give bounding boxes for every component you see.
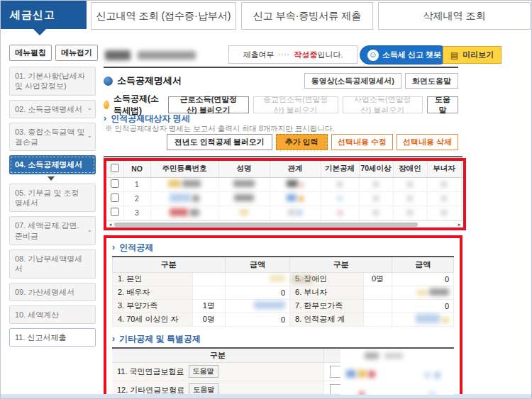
table-row: 1. 본인 5. 장애인 0명 0 <box>113 272 454 286</box>
load-earned-income-button[interactable]: 근로소득(연말정산) 불러오기 <box>168 96 248 113</box>
col-woman: 부녀자 <box>427 161 461 177</box>
help-button[interactable]: 도움말 <box>427 96 458 113</box>
col-relation: 관계 <box>270 161 321 177</box>
section-bullet-icon <box>104 77 113 86</box>
brand-title: 세금신고 <box>1 1 87 29</box>
col-over-70: 70세이상 <box>359 161 393 177</box>
top-tabs: 신고내역 조회 (접수증·납부서) 신고 부속·증빙서류 제출 삭제내역 조회 <box>91 2 531 30</box>
personal-deduction-heading: › 인적공제 <box>112 242 454 254</box>
sidebar-item-09-penalty[interactable]: 09. 가산세명세서 <box>9 283 96 301</box>
dependents-note: ※ 인적공제대상자 명세는 보고서 출력시 최대 8개까지만 표시됩니다. <box>105 124 334 134</box>
preview-button[interactable]: ▤ 미리보기 <box>443 46 501 64</box>
load-religious-income-button[interactable]: 종교인소득(연말정산) 불러오기 <box>253 96 338 113</box>
sidebar-item-10-tax-calc[interactable]: 10. 세액계산 <box>9 305 96 324</box>
col-type: 구분 <box>290 257 392 272</box>
scroll-left-icon[interactable]: ◂ <box>106 222 114 227</box>
menu-toggles: 메뉴펼침 메뉴접기 <box>9 45 100 61</box>
row-checkbox[interactable] <box>111 208 119 216</box>
col-single-parent: 한부모 <box>461 161 466 177</box>
sidebar-item-07-tax-credit[interactable]: 07. 세액공제.감면.준비금 ⌄ <box>9 216 96 245</box>
col-name: 성명 <box>218 161 270 177</box>
menu-expand-button[interactable]: 메뉴펼침 <box>9 45 52 61</box>
sidebar-item-02-income[interactable]: 02. 소득금액명세서 ⌄ <box>9 100 96 118</box>
row-checkbox[interactable] <box>111 193 119 202</box>
table-top-border <box>104 156 462 157</box>
chevron-down-icon: ⌄ <box>87 103 92 112</box>
edit-selection-button[interactable]: 선택내용 수정 <box>331 134 393 150</box>
sidebar-item-03-total-income[interactable]: 03. 종합소득금액 및 결손금 ⌄ <box>9 123 96 152</box>
dependents-table: NO 주민등록번호 성명 관계 기본공제 70세이상 장애인 부녀자 한부모 1 <box>106 161 466 220</box>
censored-area <box>340 349 454 398</box>
menu-collapse-button[interactable]: 메뉴접기 <box>55 45 98 61</box>
sidebar: 메뉴펼침 메뉴접기 01. 기본사항(납세자 및 사업장정보) 02. 소득금액… <box>6 45 100 351</box>
page-title: 소득공제명세서 <box>117 74 182 87</box>
deduction-summary-highlight: › 인적공제 구분 금액 구분 금액 1. 본인 5. 장애인 0명 0 <box>104 235 462 398</box>
table-row: 2 <box>106 191 466 206</box>
page-title-row: 소득공제명세서 동영상(소득공제명세서) 화면도움말 <box>104 73 458 89</box>
censored-blob <box>105 50 131 60</box>
col-amount: 금액 <box>225 257 289 272</box>
select-all-cell <box>106 161 123 177</box>
app-window: 세금신고 신고내역 조회 (접수증·납부서) 신고 부속·증빙서류 제출 삭제내… <box>0 0 532 399</box>
submission-status: 작성중입니다. <box>294 50 343 60</box>
arrows-icon: ›››› <box>278 51 289 58</box>
arrow-right-icon: › <box>112 334 115 344</box>
video-help-button[interactable]: 동영상(소득공제명세서) <box>304 73 401 89</box>
screen-help-button[interactable]: 화면도움말 <box>405 73 458 89</box>
main-content: 제출여부 ›››› 작성중입니다. ☺ 소득세 신고 챗봇 ▤ 미리보기 소득공… <box>104 45 529 397</box>
other-deduction-heading: › 기타공제 및 특별공제 <box>112 333 454 345</box>
table-row: 3. 부양가족 1명 7. 한부모가족 0 <box>113 299 454 313</box>
load-previous-year-button[interactable]: 전년도 인적공제 불러오기 <box>167 134 272 150</box>
dependents-heading: › 인적공제대상자 명세 <box>104 113 190 125</box>
income-tax-chatbot-button[interactable]: ☺ 소득세 신고 챗봇 <box>360 45 449 64</box>
row-checkbox[interactable] <box>111 179 119 188</box>
help-tip-button[interactable]: 도움말 <box>189 365 218 378</box>
dependents-actions: 전년도 인적공제 불러오기 추가 입력 선택내용 수정 선택내용 삭제 <box>104 134 458 150</box>
personal-deduction-table: 구분 금액 구분 금액 1. 본인 5. 장애인 0명 0 2. 배우자 0 <box>112 256 454 327</box>
table-row: 2. 배우자 0 6. 부녀자 <box>113 286 454 299</box>
horizontal-scrollbar[interactable]: ◂ ▸ <box>106 220 463 227</box>
scrollbar-thumb[interactable] <box>114 223 418 227</box>
col-amount: 금액 <box>392 257 454 272</box>
tab-deleted-history[interactable]: 삭제내역 조회 <box>378 2 531 30</box>
col-type: 구분 <box>112 349 324 362</box>
load-business-income-button[interactable]: 사업소득(연말정산) 불러오기 <box>343 96 423 113</box>
delete-selection-button[interactable]: 선택내용 삭제 <box>397 134 458 150</box>
active-item-pointer-icon <box>48 176 55 181</box>
dependents-table-highlight: NO 주민등록번호 성명 관계 기본공제 70세이상 장애인 부녀자 한부모 1 <box>104 158 466 230</box>
col-disabled: 장애인 <box>393 161 427 177</box>
select-all-checkbox[interactable] <box>111 164 119 172</box>
col-resident-id: 주민등록번호 <box>150 161 218 177</box>
table-row: 3 <box>106 206 466 220</box>
submission-status-box: 제출여부 ›››› 작성중입니다. <box>228 45 358 64</box>
sidebar-item-01-basic[interactable]: 01. 기본사항(납세자 및 사업장정보) <box>9 67 96 96</box>
arrow-right-icon: › <box>112 242 115 252</box>
header-divider <box>104 67 458 68</box>
col-basic-deduction: 기본공제 <box>321 161 359 177</box>
add-entry-button[interactable]: 추가 입력 <box>276 134 328 150</box>
sidebar-item-04-deductions-active[interactable]: 04. 소득공제명세서 <box>9 155 96 174</box>
preview-doc-icon: ▤ <box>450 50 458 60</box>
censored-blob <box>292 276 313 283</box>
taxpayer-name-censored <box>105 50 196 60</box>
subsection-bullet-icon <box>104 101 109 109</box>
sidebar-item-05-donations[interactable]: 05. 기부금 및 조정명세서 <box>9 184 96 213</box>
brand-pointer-icon <box>33 29 46 35</box>
table-row: 4. 70세 이상인 자 0명 0 8. 인적공제 계 <box>113 313 454 326</box>
scroll-right-icon[interactable]: ▸ <box>455 222 463 227</box>
censored-blob <box>138 51 196 60</box>
sidebar-item-08-prepaid-tax[interactable]: 08. 기납부세액명세서 <box>9 249 96 279</box>
submission-label: 제출여부 <box>243 50 274 60</box>
col-type: 구분 <box>113 257 226 272</box>
other-deduction-table: 구분 11. 국민연금보험료 도움말 12. 기타연금보험료 도움말 <box>112 347 454 398</box>
tab-report-history[interactable]: 신고내역 조회 (접수증·납부서) <box>91 2 236 30</box>
chatbot-icon: ☺ <box>367 50 379 61</box>
arrow-right-icon: › <box>104 113 106 123</box>
table-row: 1 <box>106 177 466 191</box>
col-no: NO <box>123 161 150 177</box>
tab-attachments[interactable]: 신고 부속·증빙서류 제출 <box>241 2 373 30</box>
chevron-down-icon: ⌄ <box>87 225 92 234</box>
chevron-down-icon: ⌄ <box>87 132 92 140</box>
sidebar-item-11-submit[interactable]: 11. 신고서제출 <box>9 328 96 347</box>
